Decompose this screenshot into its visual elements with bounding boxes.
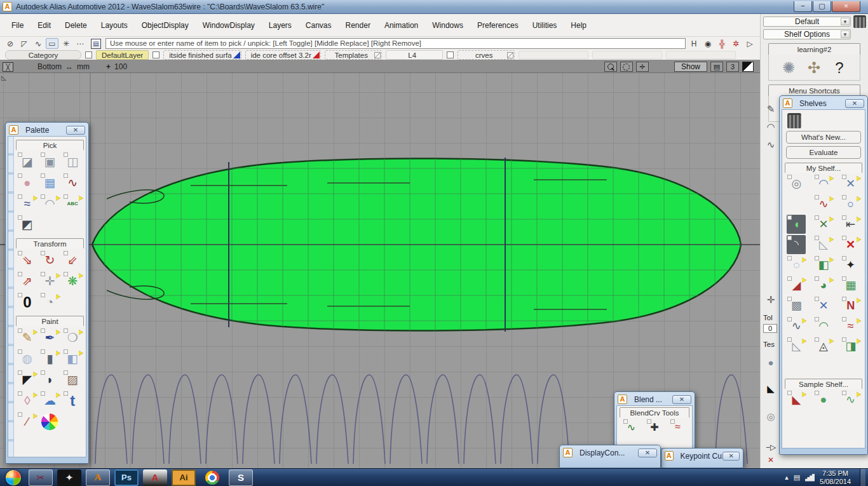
keypoint-curves-window[interactable]: A Keypoint Cu... ✕ — [661, 448, 743, 468]
scale-tool-icon[interactable]: ⇙ — [63, 250, 83, 270]
render-camera-icon[interactable]: ✦ — [841, 255, 860, 274]
window-count-button[interactable]: 3 — [726, 62, 739, 72]
shelf-set-dropdown[interactable]: Default ▼ — [763, 17, 851, 27]
shelf-trash-icon[interactable] — [787, 113, 801, 128]
blend-add-icon[interactable]: ✚ — [646, 419, 663, 435]
show-menu-button[interactable]: Show — [674, 62, 707, 72]
layer-templates[interactable]: Templates — [325, 50, 382, 60]
close-button[interactable]: × — [832, 1, 860, 12]
menu-item-preferences[interactable]: Preferences — [471, 18, 525, 32]
continue-icon[interactable]: ▷ — [743, 38, 756, 49]
zoom-icon[interactable] — [604, 62, 617, 72]
curve-tool-icon[interactable]: ∿ — [32, 38, 44, 49]
mesh-sheet-icon[interactable]: ▦ — [841, 276, 860, 295]
menu-item-animation[interactable]: Animation — [378, 18, 424, 32]
menu-item-delete[interactable]: Delete — [58, 18, 93, 32]
menu-item-windows[interactable]: Windows — [426, 18, 470, 32]
nonproportional-scale-icon[interactable]: ⇗ — [17, 271, 37, 291]
menu-item-windowdisplay[interactable]: WindowDisplay — [196, 18, 261, 32]
menu-item-canvas[interactable]: Canvas — [299, 18, 338, 32]
shelves-close-icon[interactable]: ✕ — [845, 99, 864, 108]
snap-point-icon[interactable]: ◉ — [702, 38, 714, 49]
shelf-options-dropdown[interactable]: Shelf Options ▼ — [763, 29, 851, 39]
wet-brush-icon[interactable]: ☁ — [40, 391, 60, 410]
pick-surface-icon[interactable]: ◠ — [40, 194, 60, 213]
crossed-tools-icon[interactable]: ✣ — [803, 57, 825, 79]
tab-menu-shortcuts[interactable]: Menu Shortcuts — [768, 84, 860, 96]
viewport-close-icon[interactable]: ╳ — [3, 62, 13, 72]
point-snap-icon[interactable]: ✳ — [60, 38, 72, 49]
book-surface-icon[interactable]: ◨ — [841, 337, 860, 356]
set-pivot-icon[interactable]: ❋ — [63, 271, 83, 291]
prompt-line[interactable]: Use mouse or enter name of item to pick … — [105, 38, 686, 49]
alias-app[interactable]: A — [86, 469, 110, 486]
pick-label-icon[interactable]: ABC — [63, 194, 83, 213]
measure-triangle-icon[interactable]: ◬ — [814, 337, 833, 356]
tab-transform[interactable]: Transform — [16, 238, 84, 248]
pick-break-icon[interactable]: ≈ — [17, 194, 37, 213]
lasso-icon[interactable] — [620, 62, 633, 72]
illustrator-app[interactable]: Ai — [172, 469, 196, 486]
pick-locator-icon[interactable]: ◸ — [18, 38, 31, 49]
gear-tool-icon[interactable]: ✺ — [778, 57, 799, 79]
displaycon-close-icon[interactable]: ✕ — [638, 449, 657, 457]
circle-tool-icon[interactable]: ○ — [841, 194, 860, 213]
clamp-tool-icon[interactable]: ◣ — [787, 390, 806, 409]
snap-grid-icon[interactable]: ╬ — [715, 38, 728, 49]
strip-arrow-icon[interactable]: −▷ — [764, 441, 777, 454]
no-pick-icon[interactable]: ⊘ — [4, 38, 17, 49]
eraser-icon[interactable]: ◧ — [63, 349, 83, 368]
pick-template-object-icon[interactable]: ◩ — [17, 215, 37, 234]
keypoint-close-icon[interactable]: ✕ — [722, 452, 740, 461]
more-tools-icon[interactable]: ⋯ — [74, 38, 86, 49]
sketch-line-icon[interactable]: ∕ — [17, 412, 37, 431]
category-button[interactable]: Category — [5, 50, 81, 60]
intersect-curves-icon[interactable]: ✕ — [814, 215, 833, 234]
blend-curve-icon[interactable]: ∿ — [623, 419, 639, 435]
arc-scallop-icon[interactable]: ◝ — [787, 235, 806, 254]
ruler-icon[interactable]: ▤ — [710, 62, 723, 72]
tab-sample-shelf[interactable]: Sample Shelf... — [785, 379, 862, 389]
menu-item-layouts[interactable]: Layouts — [95, 18, 134, 32]
network-icon[interactable] — [805, 474, 815, 482]
strip-ring-icon[interactable]: ◎ — [764, 410, 777, 423]
photoshop-app[interactable]: Ps — [114, 469, 139, 486]
fillet-corner-icon[interactable]: ◖ — [787, 215, 806, 234]
shelves-window[interactable]: A Shelves ✕ What's New... Evaluate My Sh… — [779, 95, 868, 455]
skype-app[interactable]: S — [229, 469, 253, 486]
modify-cv-icon[interactable]: ✛ — [40, 271, 60, 291]
promptline-history-icon[interactable]: ▤ — [91, 39, 101, 49]
curve-comb-icon[interactable]: N — [841, 296, 860, 315]
maximize-button[interactable]: ▢ — [813, 1, 831, 12]
action-center-icon[interactable]: ▤ — [794, 473, 800, 482]
spheres-tool-icon[interactable]: ● — [814, 390, 833, 409]
flatten-surface-icon[interactable]: ◺ — [787, 337, 806, 356]
layer-defaultlayer[interactable]: DefaultLayer — [96, 50, 149, 60]
empty-slot[interactable] — [787, 194, 806, 213]
curl-surface-icon[interactable]: ◠ — [814, 316, 833, 335]
layer-checkbox[interactable] — [447, 51, 454, 58]
menu-item-layers[interactable]: Layers — [262, 18, 298, 32]
menu-item-utilities[interactable]: Utilities — [526, 18, 564, 32]
paint-bucket-icon[interactable]: ◗ — [40, 370, 60, 389]
tab-paint[interactable]: Paint — [16, 316, 84, 326]
strip-surface-icon[interactable]: ◠ — [764, 121, 777, 133]
pick-object-icon[interactable]: ◪ — [17, 152, 37, 172]
pivot-reset-icon[interactable]: ✛ — [764, 294, 777, 306]
project-curve-icon[interactable]: ◌ — [787, 255, 806, 274]
menu-item-edit[interactable]: Edit — [31, 18, 57, 32]
tab-pick[interactable]: Pick — [16, 140, 84, 150]
revolve-icon[interactable]: ◎ — [787, 174, 806, 193]
blend-window[interactable]: A Blend ... ✕ BlendCrv Tools ∿✚≈ — [614, 391, 695, 452]
pick-component-icon[interactable]: ▣ — [40, 152, 60, 172]
minimize-button[interactable]: − — [794, 1, 812, 12]
marker-icon[interactable]: ◍ — [17, 349, 37, 368]
surface-patch-icon[interactable]: ◠ — [814, 174, 833, 193]
green-band-surface-icon[interactable]: ◧ — [814, 255, 833, 274]
drag-tool-icon[interactable]: ◔ — [40, 292, 60, 312]
delete-object-icon[interactable]: ✕ — [841, 235, 860, 254]
pick-hull-icon[interactable]: ▦ — [40, 173, 60, 192]
shape-tool-icon[interactable]: ◊ — [17, 391, 37, 410]
autocad-app[interactable]: A — [143, 469, 167, 486]
tray-clock[interactable]: 7:35 PM 5/08/2014 — [820, 469, 851, 486]
